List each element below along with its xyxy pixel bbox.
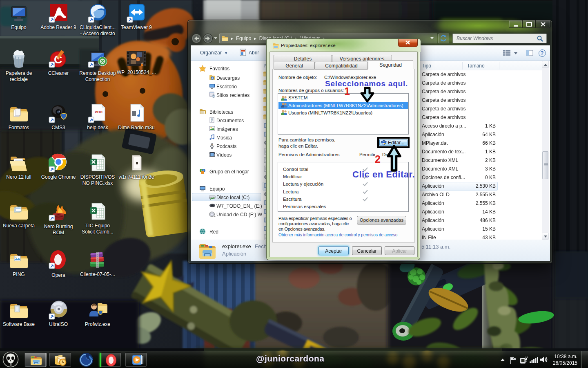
svg-text:PHD: PHD — [95, 110, 103, 114]
svg-text:?: ? — [541, 50, 543, 56]
